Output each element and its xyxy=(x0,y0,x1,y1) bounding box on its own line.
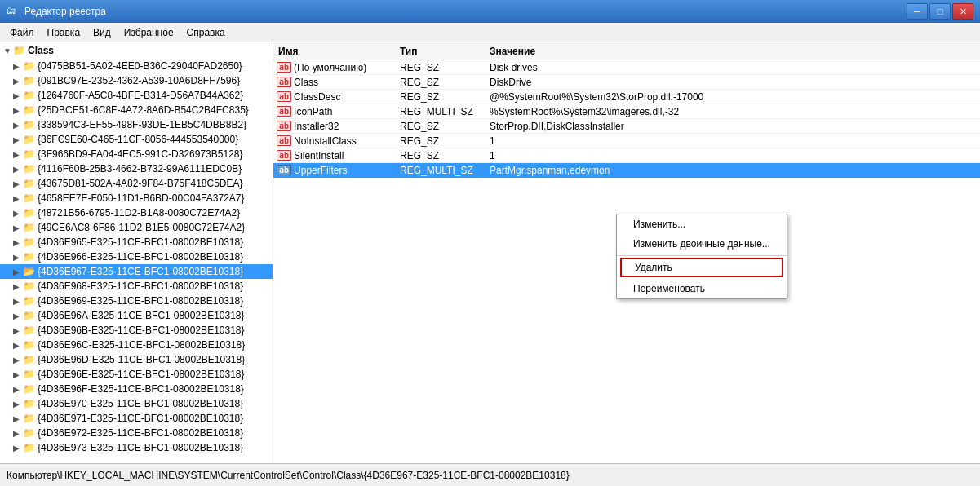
folder-icon: 📁 xyxy=(23,134,35,145)
menu-help[interactable]: Справка xyxy=(180,25,232,40)
ctx-menu-item-delete[interactable]: Удалить xyxy=(620,258,783,277)
expand-icon: ▶ xyxy=(13,253,23,262)
tree-item-label: {48721B56-6795-11D2-B1A8-0080C72E74A2} xyxy=(38,207,240,219)
tree-item-label: {4D36E96D-E325-11CE-BFC1-08002BE10318} xyxy=(38,354,245,365)
list-item[interactable]: ▶ 📁 {4D36E96A-E325-11CE-BFC1-08002BE1031… xyxy=(0,308,273,323)
expand-icon: ▶ xyxy=(13,91,23,100)
list-item[interactable]: ▶ 📁 {4D36E970-E325-11CE-BFC1-08002BE1031… xyxy=(0,396,273,411)
list-item[interactable]: ▶ 📁 {48721B56-6795-11D2-B1A8-0080C72E74A… xyxy=(0,205,273,220)
ctx-menu-item-edit[interactable]: Изменить... xyxy=(617,214,787,234)
tree-item-label: {4D36E96E-E325-11CE-BFC1-08002BE10318} xyxy=(38,369,245,380)
table-row[interactable]: ab SilentInstall REG_SZ 1 xyxy=(273,148,980,163)
reg-sz-icon: ab xyxy=(277,121,291,131)
list-item[interactable]: ▶ 📁 {091BC97E-2352-4362-A539-10A6D8FF759… xyxy=(0,73,273,88)
list-item[interactable]: ▶ 📂 {4D36E967-E325-11CE-BFC1-08002BE1031… xyxy=(0,264,273,279)
list-item[interactable]: ▶ 📁 {4658EE7E-F050-11D1-B6BD-00C04FA372A… xyxy=(0,191,273,205)
list-item[interactable]: ▶ 📁 {4D36E969-E325-11CE-BFC1-08002BE1031… xyxy=(0,294,273,308)
menu-favorites[interactable]: Избранное xyxy=(118,25,180,40)
menu-view[interactable]: Вид xyxy=(86,25,118,40)
table-row[interactable]: ab (По умолчанию) REG_SZ Disk drives xyxy=(273,60,980,75)
list-item[interactable]: ▶ 📁 {4D36E96F-E325-11CE-BFC1-08002BE1031… xyxy=(0,382,273,396)
list-item[interactable]: ▶ 📁 {4116F60B-25B3-4662-B732-99A6111EDC0… xyxy=(0,161,273,176)
expand-icon: ▶ xyxy=(13,311,23,320)
list-item[interactable]: ▶ 📁 {4D36E965-E325-11CE-BFC1-08002BE1031… xyxy=(0,235,273,250)
expand-icon: ▶ xyxy=(13,194,23,203)
list-item[interactable]: ▶ 📁 {43675D81-502A-4A82-9F84-B75F418C5DE… xyxy=(0,176,273,191)
table-row[interactable]: ab Installer32 REG_SZ StorProp.DII,DiskC… xyxy=(273,119,980,134)
tree-root-label: Class xyxy=(28,45,54,56)
row-type-label: REG_MULTI_SZ xyxy=(400,106,490,117)
minimize-button[interactable]: ─ xyxy=(907,3,928,20)
column-value-header: Значение xyxy=(490,46,980,57)
reg-sz-icon: ab xyxy=(277,106,291,117)
folder-icon: 📁 xyxy=(23,104,35,116)
list-item[interactable]: ▶ 📁 {36FC9E60-C465-11CF-8056-44455354000… xyxy=(0,132,273,147)
expand-icon: ▶ xyxy=(13,282,23,291)
folder-icon: 📁 xyxy=(23,163,35,175)
table-row-upper-filters[interactable]: ab UpperFilters REG_MULTI_SZ PartMgr,spa… xyxy=(273,163,980,178)
row-name-label: Class xyxy=(294,77,318,88)
tree-item-label: {338594C3-EF55-498F-93DE-1EB5C4DBB8B2} xyxy=(38,119,246,130)
tree-item-label: {4D36E966-E325-11CE-BFC1-08002BE10318} xyxy=(38,251,243,263)
expand-icon: ▶ xyxy=(13,121,23,130)
table-row[interactable]: ab Class REG_SZ DiskDrive xyxy=(273,75,980,90)
list-item[interactable]: ▶ 📁 {4D36E968-E325-11CE-BFC1-08002BE1031… xyxy=(0,279,273,294)
row-type-label: REG_SZ xyxy=(400,150,490,161)
row-value-label: Disk drives xyxy=(490,62,980,73)
list-item[interactable]: ▶ 📁 {4D36E96E-E325-11CE-BFC1-08002BE1031… xyxy=(0,367,273,382)
row-value-label: PartMgr,spanman,edevmon xyxy=(490,163,980,178)
list-item[interactable]: ▶ 📁 {4D36E96D-E325-11CE-BFC1-08002BE1031… xyxy=(0,352,273,367)
tree-item-label: {0475BB51-5A02-4EE0-B36C-29040FAD2650} xyxy=(38,60,242,72)
list-item[interactable]: ▶ 📁 {338594C3-EF55-498F-93DE-1EB5C4DBB8B… xyxy=(0,117,273,132)
ctx-menu-item-rename[interactable]: Переименовать xyxy=(617,279,787,298)
list-item[interactable]: ▶ 📁 {25DBCE51-6C8F-4A72-8A6D-B54C2B4FC83… xyxy=(0,103,273,117)
maximize-button[interactable]: □ xyxy=(929,3,951,20)
list-item[interactable]: ▶ 📁 {4D36E972-E325-11CE-BFC1-08002BE1031… xyxy=(0,426,273,440)
row-type-label: REG_SZ xyxy=(400,62,490,73)
list-item[interactable]: ▶ 📁 {4D36E96C-E325-11CE-BFC1-08002BE1031… xyxy=(0,338,273,352)
menu-edit[interactable]: Правка xyxy=(41,25,87,40)
folder-icon: 📁 xyxy=(23,192,35,204)
list-item[interactable]: ▶ 📁 {49CE6AC8-6F86-11D2-B1E5-0080C72E74A… xyxy=(0,220,273,235)
tree-panel[interactable]: ▼ 📁 Class ▶ 📁 {0475BB51-5A02-4EE0-B36C-2… xyxy=(0,42,273,463)
row-name-label: (По умолчанию) xyxy=(294,62,366,73)
tree-item-label: {1264760F-A5C8-4BFE-B314-D56A7B44A362} xyxy=(38,90,243,101)
tree-item-label: {43675D81-502A-4A82-9F84-B75F418C5DEA} xyxy=(38,178,243,189)
tree-item-label: {4D36E96F-E325-11CE-BFC1-08002BE10318} xyxy=(38,383,244,395)
tree-item-label: {4D36E96B-E325-11CE-BFC1-08002BE10318} xyxy=(38,325,245,336)
menu-file[interactable]: Файл xyxy=(3,25,41,40)
expand-icon: ▶ xyxy=(13,429,23,438)
row-value-label: @%SystemRoot%\System32\StorProp.dll,-170… xyxy=(490,91,980,103)
folder-icon: 📁 xyxy=(23,119,35,130)
folder-icon: 📁 xyxy=(23,236,35,248)
list-item[interactable]: ▶ 📁 {4D36E966-E325-11CE-BFC1-08002BE1031… xyxy=(0,250,273,264)
list-item[interactable]: ▶ 📁 {4D36E973-E325-11CE-BFC1-08002BE1031… xyxy=(0,440,273,455)
list-item[interactable]: ▶ 📁 {4D36E971-E325-11CE-BFC1-08002BE1031… xyxy=(0,411,273,426)
tree-item-label: {49CE6AC8-6F86-11D2-B1E5-0080C72E74A2} xyxy=(38,222,245,233)
expand-icon: ▶ xyxy=(13,209,23,218)
row-type-label: REG_SZ xyxy=(400,91,490,103)
close-button[interactable]: ✕ xyxy=(952,3,973,20)
status-path: Компьютер\HKEY_LOCAL_MACHINE\SYSTEM\Curr… xyxy=(7,470,570,481)
list-item[interactable]: ▶ 📁 {1264760F-A5C8-4BFE-B314-D56A7B44A36… xyxy=(0,88,273,103)
reg-sz-icon: ab xyxy=(277,165,291,175)
table-row[interactable]: ab NoInstallClass REG_SZ 1 xyxy=(273,134,980,148)
ctx-menu-item-edit-binary[interactable]: Изменить двоичные данные... xyxy=(617,234,787,254)
tree-root-class[interactable]: ▼ 📁 Class xyxy=(0,42,273,59)
list-item[interactable]: ▶ 📁 {4D36E96B-E325-11CE-BFC1-08002BE1031… xyxy=(0,323,273,338)
expand-icon: ▶ xyxy=(13,341,23,350)
folder-icon: 📂 xyxy=(23,266,35,277)
folder-icon: 📁 xyxy=(23,75,35,86)
list-item[interactable]: ▶ 📁 {0475BB51-5A02-4EE0-B36C-29040FAD265… xyxy=(0,59,273,73)
column-name-header: Имя xyxy=(273,46,400,57)
reg-sz-icon: ab xyxy=(277,91,291,102)
tree-item-label: {4D36E973-E325-11CE-BFC1-08002BE10318} xyxy=(38,442,243,453)
table-row[interactable]: ab ClassDesc REG_SZ @%SystemRoot%\System… xyxy=(273,90,980,104)
expand-icon: ▶ xyxy=(13,400,23,409)
tree-item-label: {4D36E969-E325-11CE-BFC1-08002BE10318} xyxy=(38,295,243,307)
tree-item-label: {36FC9E60-C465-11CF-8056-444553540000} xyxy=(38,134,238,145)
list-item[interactable]: ▶ 📁 {3F966BD9-FA04-4EC5-991C-D326973B512… xyxy=(0,147,273,161)
table-row[interactable]: ab IconPath REG_MULTI_SZ %SystemRoot%\Sy… xyxy=(273,104,980,119)
app-icon: 🗂 xyxy=(7,5,20,18)
folder-icon: 📁 xyxy=(23,325,35,336)
